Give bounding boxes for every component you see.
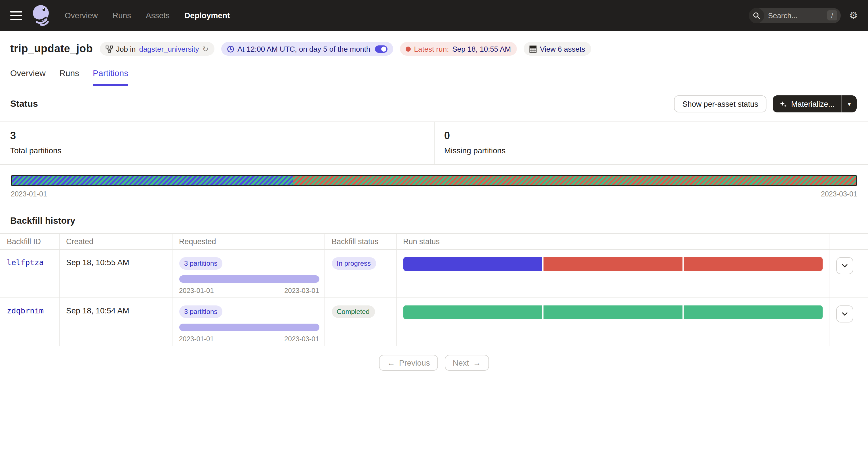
nav-item-runs[interactable]: Runs — [113, 11, 131, 20]
requested-range-end: 2023-03-01 — [284, 335, 319, 343]
table-row: zdqbrnim Sep 18, 10:54 AM 3 partitions 2… — [0, 298, 868, 346]
search-icon — [749, 8, 764, 23]
backfill-status-badge: Completed — [332, 306, 375, 318]
created-timestamp: Sep 18, 10:54 AM — [66, 306, 129, 315]
dagster-logo-icon[interactable] — [30, 3, 52, 27]
col-header-actions — [829, 234, 868, 250]
nav-item-assets[interactable]: Assets — [146, 11, 169, 20]
partition-status-bar-block: 2023-01-01 2023-03-01 — [0, 165, 868, 207]
schedule-label: At 12:00 AM UTC, on day 5 of the month — [238, 45, 370, 53]
materialize-split-button: Materialize... ▾ — [773, 95, 857, 112]
backfill-status-badge: In progress — [332, 257, 376, 270]
partitions-count-badge[interactable]: 3 partitions — [179, 257, 222, 270]
row-expand-button[interactable] — [836, 257, 853, 274]
clock-icon — [227, 45, 234, 53]
gear-icon[interactable]: ⚙ — [849, 10, 858, 20]
total-partitions-stat: 3 Total partitions — [0, 122, 434, 164]
col-header-backfill-id: Backfill ID — [0, 234, 59, 250]
view-assets-label: View 6 assets — [540, 45, 585, 53]
tab-runs[interactable]: Runs — [59, 68, 79, 86]
asset-grid-icon — [529, 45, 536, 53]
partition-range-start-label: 2023-01-01 — [11, 190, 47, 198]
pagination: ← Previous Next → — [0, 355, 868, 371]
created-timestamp: Sep 18, 10:55 AM — [66, 258, 129, 267]
partition-range-end-label: 2023-03-01 — [821, 190, 857, 198]
requested-range-end: 2023-03-01 — [284, 287, 319, 295]
total-partitions-value: 3 — [10, 130, 434, 142]
schedule-toggle[interactable] — [375, 45, 388, 53]
nav-item-overview[interactable]: Overview — [65, 11, 98, 20]
missing-partitions-value: 0 — [444, 130, 868, 142]
status-header-row: Status Show per-asset status Materialize… — [0, 86, 868, 121]
nav-item-deployment[interactable]: Deployment — [184, 11, 230, 20]
materialize-button[interactable]: Materialize... — [773, 95, 841, 112]
col-header-requested: Requested — [172, 234, 324, 250]
col-header-created: Created — [59, 234, 172, 250]
view-assets-tag[interactable]: View 6 assets — [523, 42, 591, 56]
arrow-left-icon: ← — [387, 358, 395, 367]
run-segment-succeeded[interactable] — [403, 306, 542, 319]
chevron-down-icon — [842, 312, 847, 316]
partition-bar-segment-mixed-inprogress — [12, 176, 293, 185]
latest-run-link[interactable]: Sep 18, 10:55 AM — [452, 45, 511, 53]
tab-partitions[interactable]: Partitions — [93, 68, 128, 86]
next-page-button[interactable]: Next → — [445, 355, 489, 371]
backfill-id-link[interactable]: zdqbrnim — [7, 306, 44, 315]
run-segment-succeeded[interactable] — [544, 306, 683, 319]
primary-nav: Overview Runs Assets Deployment — [65, 11, 230, 20]
run-segment-failed[interactable] — [684, 257, 823, 271]
status-heading: Status — [10, 99, 38, 109]
backfill-history-heading: Backfill history — [10, 216, 868, 226]
search-shortcut-key: / — [827, 10, 837, 21]
chevron-down-icon — [842, 264, 847, 267]
page-title: trip_update_job — [10, 42, 93, 55]
requested-range-start: 2023-01-01 — [179, 335, 214, 343]
run-segment-succeeded[interactable] — [684, 306, 823, 319]
schedule-tag: At 12:00 AM UTC, on day 5 of the month — [221, 42, 393, 56]
table-header-row: Backfill ID Created Requested Backfill s… — [0, 234, 868, 250]
latest-run-tag: Latest run: Sep 18, 10:55 AM — [400, 42, 517, 56]
job-icon — [105, 45, 113, 53]
partition-stats-row: 3 Total partitions 0 Missing partitions — [0, 121, 868, 165]
run-segment-in-progress[interactable] — [403, 257, 542, 271]
run-segment-failed[interactable] — [544, 257, 683, 271]
latest-run-label: Latest run: — [414, 45, 449, 53]
requested-range-start: 2023-01-01 — [179, 287, 214, 295]
requested-range-bar — [179, 324, 319, 331]
search-placeholder: Search... — [768, 11, 827, 20]
tab-overview[interactable]: Overview — [10, 68, 46, 86]
sparkle-icon — [780, 100, 787, 108]
partition-bar-segment-mixed-failed — [293, 176, 856, 185]
job-header: trip_update_job Job in dagster_universit… — [0, 31, 868, 86]
top-navigation-bar: Overview Runs Assets Deployment Search..… — [0, 0, 868, 31]
repo-link[interactable]: dagster_university — [139, 45, 199, 53]
requested-range-bar — [179, 275, 319, 283]
total-partitions-label: Total partitions — [10, 146, 434, 155]
table-row: lelfptza Sep 18, 10:55 AM 3 partitions 2… — [0, 250, 868, 298]
refresh-icon[interactable]: ↻ — [202, 45, 209, 53]
missing-partitions-label: Missing partitions — [444, 146, 868, 155]
previous-page-button[interactable]: ← Previous — [379, 355, 438, 371]
search-input[interactable]: Search... / — [749, 8, 841, 23]
show-per-asset-status-button[interactable]: Show per-asset status — [674, 95, 767, 112]
run-status-dot-icon — [406, 46, 411, 51]
partition-status-bar[interactable] — [11, 175, 857, 186]
app-viewport: Overview Runs Assets Deployment Search..… — [0, 0, 868, 461]
missing-partitions-stat: 0 Missing partitions — [434, 122, 868, 164]
job-repo-tag: Job in dagster_university ↻ — [99, 42, 214, 56]
job-tabs: Overview Runs Partitions — [10, 68, 857, 86]
arrow-right-icon: → — [473, 358, 481, 367]
backfill-id-link[interactable]: lelfptza — [7, 258, 44, 267]
run-status-bar[interactable] — [403, 257, 823, 271]
materialize-dropdown-button[interactable]: ▾ — [842, 95, 857, 112]
hamburger-menu-icon[interactable] — [10, 11, 22, 20]
col-header-backfill-status: Backfill status — [324, 234, 396, 250]
partitions-count-badge[interactable]: 3 partitions — [179, 306, 222, 318]
row-expand-button[interactable] — [836, 306, 853, 322]
job-in-label: Job in — [116, 45, 135, 53]
run-status-bar[interactable] — [403, 306, 823, 319]
backfill-history-table: Backfill ID Created Requested Backfill s… — [0, 233, 868, 346]
col-header-run-status: Run status — [396, 234, 829, 250]
